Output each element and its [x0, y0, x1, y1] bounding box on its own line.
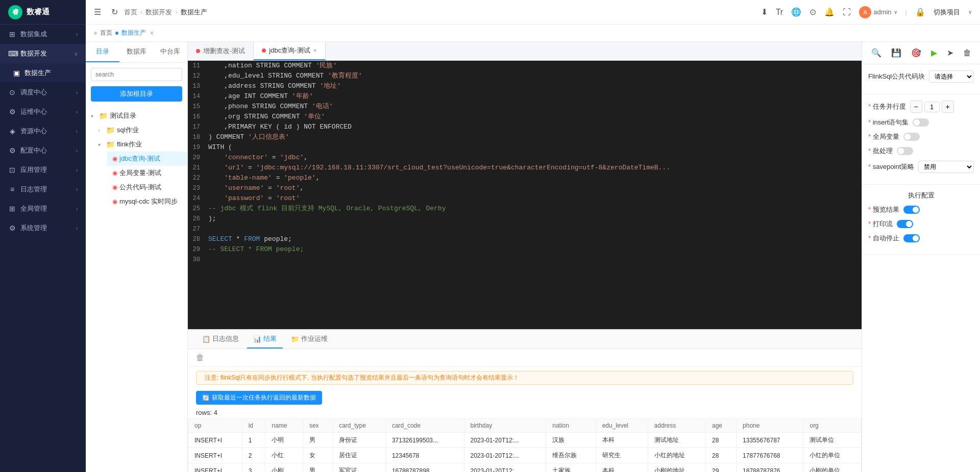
result-toolbar: 🗑	[188, 349, 862, 367]
code-line-21: 21 'url' = 'jdbc:mysql://192.168.18.11:3…	[188, 163, 862, 173]
tree-item-sql-job[interactable]: › 📁 sql作业	[93, 123, 187, 137]
editor-tab-jdbc[interactable]: jdbc查询-测试 ×	[254, 42, 325, 60]
editor-tab-label-2: jdbc查询-测试	[269, 46, 310, 55]
user-menu[interactable]: A admin ∨	[859, 6, 897, 18]
ops-icon: ⚙	[8, 108, 16, 116]
target-tool-icon[interactable]: 🎯	[909, 46, 923, 60]
tab-home[interactable]: 首页	[100, 29, 112, 37]
bottom-tab-ops[interactable]: 📁 作业运维	[285, 330, 334, 349]
refresh-button[interactable]: ↻	[111, 7, 118, 17]
add-dir-button[interactable]: 添加根目录	[91, 86, 182, 102]
delete-result-button[interactable]: 🗑	[196, 353, 204, 362]
tab-database[interactable]: 数据库	[119, 42, 153, 62]
fullscreen-icon[interactable]: ⛶	[843, 8, 851, 17]
sidebar-item-sys[interactable]: ⚙ 系统管理 ›	[0, 218, 86, 238]
code-editor[interactable]: 11 ,nation STRING COMMENT '民族' 12 ,edu_l…	[188, 61, 862, 329]
sidebar-item-scheduler[interactable]: ⊙ 调度中心 ›	[0, 83, 86, 102]
log-tab-label: 日志信息	[212, 334, 239, 343]
code-lines: 11 ,nation STRING COMMENT '民族' 12 ,edu_l…	[188, 61, 862, 265]
tree-item-test-dir[interactable]: ▾ 📁 测试目录	[86, 109, 187, 123]
savepoint-select[interactable]: 禁用	[918, 161, 974, 173]
col-sex: sex	[303, 419, 332, 433]
sidebar-label-resource: 资源中心	[20, 127, 47, 136]
arrow-sql-job: ›	[98, 128, 104, 133]
play-tool-icon[interactable]: ▶	[929, 46, 939, 60]
breadcrumb-data-dev[interactable]: 数据开发	[145, 8, 172, 17]
topnav-left: ☰ ↻ 首页 › 数据开发 › 数据生产	[94, 7, 207, 17]
sidebar-item-app[interactable]: ⊡ 应用管理 ›	[0, 160, 86, 180]
chevron-right-icon-6: ›	[76, 167, 78, 173]
tab-directory[interactable]: 目录	[86, 42, 119, 62]
code-line-25: 25 -- jdbc 模式 flink 目前只支持 MySQL, Oracle,…	[188, 204, 862, 214]
arrow-flink-job: ▾	[98, 142, 104, 147]
table-cell-nation: 维吾尔族	[546, 448, 596, 463]
sidebar-item-ops[interactable]: ⚙ 运维中心 ›	[0, 102, 86, 121]
divider-1: |	[905, 8, 907, 16]
result-notice: 注意: flinkSql只有在同步执行行模式下, 当执行配置勾选了预览结果并且最…	[196, 371, 853, 385]
fetch-data-button[interactable]: 🔄 获取最近一次任务执行返回的最新数据	[196, 391, 322, 405]
sidebar-item-config[interactable]: ⚙ 配置中心 ›	[0, 141, 86, 160]
download-icon[interactable]: ⬇	[761, 7, 768, 17]
tab-production-close[interactable]: ×	[150, 30, 154, 37]
batch-toggle[interactable]	[897, 147, 913, 155]
counter-plus-button[interactable]: +	[942, 101, 954, 113]
tab-midplatform[interactable]: 中台库	[154, 42, 187, 62]
tree-item-global-var[interactable]: ◉ 全局变量-测试	[107, 166, 187, 180]
save-tool-icon[interactable]: 💾	[889, 46, 903, 60]
search-tool-icon[interactable]: 🔍	[869, 46, 884, 60]
trash-tool-icon[interactable]: 🗑	[961, 46, 973, 60]
tab-production[interactable]: 数据生产	[121, 29, 146, 37]
search-input[interactable]	[91, 68, 182, 81]
chevron-right-icon-4: ›	[76, 129, 78, 134]
folder-icon-flink-job: 📁	[106, 140, 115, 148]
user-avatar: A	[859, 6, 871, 18]
insert-set-toggle[interactable]	[913, 118, 929, 127]
editor-tab-add-delete[interactable]: 增删查改-测试	[188, 42, 254, 60]
breadcrumb-home[interactable]: 首页	[124, 8, 137, 17]
tree-item-flink-job[interactable]: ▾ 📁 flink作业	[93, 137, 187, 152]
sidebar-item-data-production[interactable]: ▣ 数据生产	[0, 63, 86, 83]
bottom-tab-result[interactable]: 📊 结果	[247, 330, 283, 349]
breadcrumb-current: 数据生产	[181, 8, 207, 17]
table-cell-card_type: 身份证	[333, 433, 386, 448]
send-tool-icon[interactable]: ➤	[945, 46, 955, 60]
app-logo-text: 数睿通	[27, 7, 50, 17]
notification-icon[interactable]: 🔔	[824, 7, 835, 17]
auto-stop-toggle[interactable]	[903, 234, 920, 242]
tree-item-mysql-cdc[interactable]: ◉ mysql-cdc 实时同步	[107, 194, 187, 209]
result-tab-label: 结果	[263, 334, 277, 343]
print-row: * 打印流	[868, 219, 974, 229]
sidebar-item-resource[interactable]: ◈ 资源中心 ›	[0, 121, 86, 141]
sidebar-item-global[interactable]: ⊞ 全局管理 ›	[0, 199, 86, 218]
github-icon[interactable]: ⊙	[810, 7, 816, 17]
table-header-row: op id name sex card_type card_code birth…	[188, 419, 862, 433]
user-dropdown-icon: ∨	[894, 9, 897, 15]
preview-toggle[interactable]	[903, 206, 920, 214]
print-toggle[interactable]	[897, 220, 913, 228]
global-var-toggle[interactable]	[903, 133, 920, 141]
bottom-tab-log[interactable]: 📋 日志信息	[196, 330, 245, 349]
tree-item-jdbc-query[interactable]: ◉ jdbc查询-测试	[107, 152, 187, 166]
tab-close-button[interactable]: ×	[313, 47, 317, 54]
auto-stop-row: * 自动停止	[868, 234, 974, 243]
sidebar-item-data-collection[interactable]: ⊞ 数据集成 ›	[0, 24, 86, 44]
code-line-11: 11 ,nation STRING COMMENT '民族'	[188, 61, 862, 71]
switch-project-label[interactable]: 切换项目	[934, 8, 960, 17]
table-cell-id: 2	[242, 448, 265, 463]
sidebar-item-log[interactable]: ≡ 日志管理 ›	[0, 180, 86, 199]
sidebar-label-log: 日志管理	[20, 185, 47, 194]
bottom-panel-tabs: 📋 日志信息 📊 结果 📁 作业运维	[188, 330, 862, 349]
top-navigation: ☰ ↻ 首页 › 数据开发 › 数据生产 ⬇ Tr 🌐 ⊙ 🔔 ⛶ A admi…	[86, 0, 980, 24]
global-icon: ⊞	[8, 205, 16, 213]
hamburger-button[interactable]: ☰	[94, 7, 101, 17]
flink-sql-select[interactable]: 请选择	[929, 70, 974, 83]
fetch-icon: 🔄	[202, 394, 210, 402]
translate-icon[interactable]: Tr	[776, 8, 783, 17]
tree-label-sql-job: sql作业	[117, 126, 182, 135]
counter-minus-button[interactable]: −	[910, 101, 922, 113]
tree-item-public-code[interactable]: ◉ 公共代码-测试	[107, 180, 187, 194]
global-icon[interactable]: 🌐	[791, 7, 801, 17]
sidebar-label-data-dev: 数据开发	[20, 49, 47, 58]
sidebar-label-data-production: 数据生产	[24, 68, 51, 78]
sidebar-item-data-dev[interactable]: ⌨ 数据开发 ∨	[0, 44, 86, 63]
